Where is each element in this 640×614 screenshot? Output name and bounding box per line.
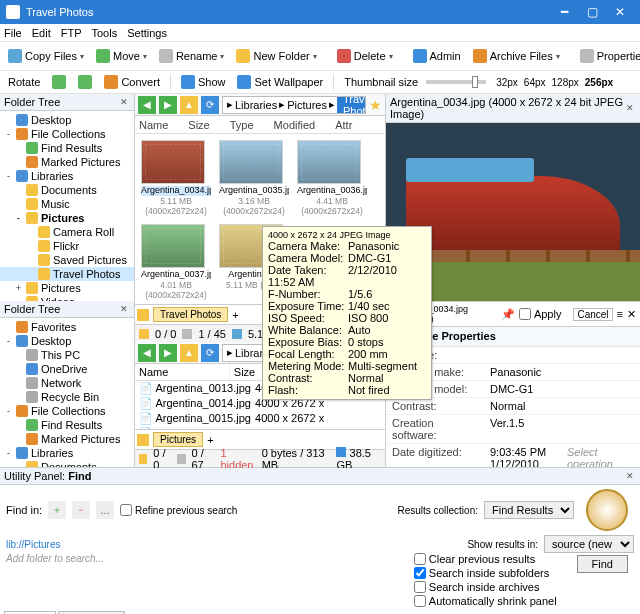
- show-button[interactable]: Show: [177, 73, 230, 91]
- menu-ftp[interactable]: FTP: [61, 27, 82, 39]
- column-name[interactable]: Name: [139, 119, 168, 131]
- rotate-left-icon[interactable]: [52, 75, 66, 89]
- thumb-size-32px[interactable]: 32px: [496, 77, 518, 88]
- thumb-size-slider[interactable]: [426, 80, 486, 84]
- tree-item[interactable]: Find Results: [0, 141, 134, 155]
- column-size[interactable]: Size: [188, 119, 209, 131]
- property-row[interactable]: Creation software:Ver.1.5: [386, 415, 640, 444]
- tree-item[interactable]: Desktop: [0, 113, 134, 127]
- menu-file[interactable]: File: [4, 27, 22, 39]
- favorite-star-icon[interactable]: ★: [369, 97, 382, 113]
- panel-close-icon[interactable]: ✕: [624, 103, 636, 113]
- tree-item[interactable]: This PC: [0, 348, 134, 362]
- add-folder-hint[interactable]: Add folder to search...: [6, 553, 104, 564]
- tree-item[interactable]: Marked Pictures: [0, 155, 134, 169]
- panel-close-icon[interactable]: ✕: [118, 304, 130, 314]
- thumbnail[interactable]: Argentina_0036.jpg4.41 MB (4000x2672x24): [297, 140, 367, 216]
- rotate-right-icon[interactable]: [78, 75, 92, 89]
- panel-close-icon[interactable]: ✕: [627, 308, 636, 321]
- close-button[interactable]: ✕: [606, 5, 634, 19]
- tree-item[interactable]: -Libraries: [0, 446, 134, 460]
- nav-refresh-icon[interactable]: ⟳: [201, 96, 219, 114]
- archive-button[interactable]: Archive Files▾: [469, 47, 564, 65]
- tree-item[interactable]: Documents: [0, 460, 134, 467]
- tree-item[interactable]: Favorites: [0, 320, 134, 334]
- nav-forward-icon[interactable]: ▶: [159, 344, 177, 362]
- column-modified[interactable]: Modified: [274, 119, 316, 131]
- menu-settings[interactable]: Settings: [127, 27, 167, 39]
- thumbnail[interactable]: Argentina_0034.jpg5.11 MB (4000x2672x24): [141, 140, 211, 216]
- menu-edit[interactable]: Edit: [32, 27, 51, 39]
- cancel-button[interactable]: Cancel: [573, 308, 612, 321]
- tree-item[interactable]: OneDrive: [0, 362, 134, 376]
- nav-up-icon[interactable]: ▲: [180, 344, 198, 362]
- tab-add-icon[interactable]: +: [207, 434, 213, 446]
- minimize-button[interactable]: ━: [550, 5, 578, 19]
- copy-files-button[interactable]: Copy Files▾: [4, 47, 88, 65]
- thumb-size-64px[interactable]: 64px: [524, 77, 546, 88]
- rename-button[interactable]: Rename▾: [155, 47, 229, 65]
- tree-item[interactable]: Saved Pictures: [0, 253, 134, 267]
- maximize-button[interactable]: ▢: [578, 5, 606, 19]
- tree-item[interactable]: Music: [0, 197, 134, 211]
- menu-tools[interactable]: Tools: [91, 27, 117, 39]
- search-archives-checkbox[interactable]: [414, 581, 426, 593]
- new-folder-button[interactable]: New Folder▾: [232, 47, 320, 65]
- tab-add-icon[interactable]: +: [232, 309, 238, 321]
- tree-item[interactable]: Documents: [0, 183, 134, 197]
- tree-item[interactable]: -File Collections: [0, 127, 134, 141]
- property-row[interactable]: Contrast:Normal: [386, 398, 640, 415]
- apply-checkbox[interactable]: [519, 308, 531, 320]
- search-path[interactable]: lib://Pictures: [6, 539, 60, 550]
- thumb-size-256px[interactable]: 256px: [585, 77, 613, 88]
- tree-item[interactable]: -File Collections: [0, 404, 134, 418]
- file-row[interactable]: 📄 Argentina_0015.jpg4000 x 2672 x 24: [135, 411, 385, 426]
- column-headers-thumbs[interactable]: NameSizeTypeModifiedAttr: [135, 116, 385, 134]
- show-results-select[interactable]: source (new tab): [544, 535, 634, 553]
- clear-prev-checkbox[interactable]: [414, 553, 426, 565]
- set-wallpaper-button[interactable]: Set Wallpaper: [233, 73, 327, 91]
- column-type[interactable]: Type: [230, 119, 254, 131]
- pin-icon[interactable]: 📌: [501, 308, 515, 321]
- tree-item[interactable]: Flickr: [0, 239, 134, 253]
- properties-button[interactable]: Properties▾: [576, 47, 640, 65]
- reset-paths-icon[interactable]: …: [96, 501, 114, 519]
- tree-item[interactable]: -Pictures: [0, 211, 134, 225]
- thumb-size-128px[interactable]: 128px: [552, 77, 579, 88]
- add-path-icon[interactable]: ＋: [48, 501, 66, 519]
- nav-back-icon[interactable]: ◀: [138, 344, 156, 362]
- tree-item[interactable]: -Libraries: [0, 169, 134, 183]
- menu-icon[interactable]: ≡: [617, 308, 623, 320]
- delete-button[interactable]: Delete▾: [333, 47, 397, 65]
- nav-forward-icon[interactable]: ▶: [159, 96, 177, 114]
- convert-button[interactable]: Convert: [100, 73, 164, 91]
- admin-button[interactable]: Admin: [409, 47, 465, 65]
- tab-pictures[interactable]: Pictures: [153, 432, 203, 447]
- property-row[interactable]: Date digitized:9:03:45 PM 1/12/2010Selec…: [386, 444, 640, 467]
- rotate-button[interactable]: Rotate: [4, 74, 44, 90]
- refine-checkbox[interactable]: [120, 504, 132, 516]
- auto-shrink-checkbox[interactable]: [414, 595, 426, 607]
- move-button[interactable]: Move▾: [92, 47, 151, 65]
- tree-item[interactable]: Camera Roll: [0, 225, 134, 239]
- breadcrumb[interactable]: ▸ Libraries ▸ Pictures ▸ Travel Photos▾: [222, 96, 366, 114]
- tree-item[interactable]: Marked Pictures: [0, 432, 134, 446]
- results-collection-select[interactable]: Find Results: [484, 501, 574, 519]
- tree-item[interactable]: Network: [0, 376, 134, 390]
- find-button[interactable]: Find: [577, 555, 628, 573]
- nav-up-icon[interactable]: ▲: [180, 96, 198, 114]
- tree-item[interactable]: Recycle Bin: [0, 390, 134, 404]
- remove-path-icon[interactable]: －: [72, 501, 90, 519]
- nav-back-icon[interactable]: ◀: [138, 96, 156, 114]
- panel-close-icon[interactable]: ✕: [624, 471, 636, 481]
- search-subfolders-checkbox[interactable]: [414, 567, 426, 579]
- nav-refresh-icon[interactable]: ⟳: [201, 344, 219, 362]
- tree-item[interactable]: Travel Photos: [0, 267, 134, 281]
- thumbnail[interactable]: Argentina_0035.jpg3.16 MB (4000x2672x24): [219, 140, 289, 216]
- panel-close-icon[interactable]: ✕: [118, 97, 130, 107]
- tree-item[interactable]: +Pictures: [0, 281, 134, 295]
- tab-travel-photos[interactable]: Travel Photos: [153, 307, 228, 322]
- tree-item[interactable]: -Desktop: [0, 334, 134, 348]
- thumbnail[interactable]: Argentina_0037.jpg4.01 MB (4000x2672x24): [141, 224, 211, 300]
- tree-item[interactable]: Find Results: [0, 418, 134, 432]
